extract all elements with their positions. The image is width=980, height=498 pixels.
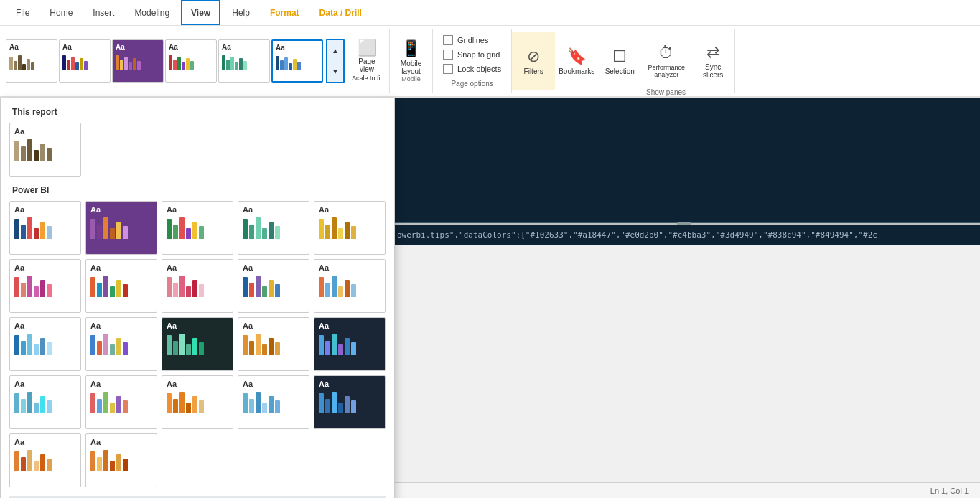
lock-objects-label: Lock objects: [457, 65, 501, 73]
this-report-section: This report Aa: [9, 107, 386, 177]
pb-theme-8[interactable]: Aa: [162, 259, 233, 313]
tab-view[interactable]: View: [181, 0, 220, 25]
power-bi-label: Power BI: [9, 185, 386, 195]
theme-thumb-6-bars: [276, 55, 319, 70]
theme-thumb-1[interactable]: Aa: [6, 39, 57, 83]
tab-format[interactable]: Format: [260, 0, 309, 25]
tab-file[interactable]: File: [6, 0, 39, 25]
this-report-label: This report: [9, 107, 386, 117]
theme-thumb-3[interactable]: Aa: [112, 39, 164, 83]
tab-modeling[interactable]: Modeling: [124, 0, 179, 25]
sync-slicers-pane-btn[interactable]: ⇄ Sync slicers: [691, 32, 734, 90]
page-view-section: ⬜ Pageview Scale to fit: [345, 29, 390, 93]
page-options-section: Gridlines Snap to grid Lock objects Page…: [433, 29, 512, 93]
theme-thumb-2[interactable]: Aa: [59, 39, 111, 83]
ribbon-tab-bar: File Home Insert Modeling View Help Form…: [0, 0, 980, 26]
gridlines-label: Gridlines: [457, 36, 488, 44]
theme-thumb-5[interactable]: Aa: [218, 39, 270, 83]
scroll-down-icon[interactable]: ▼: [332, 67, 339, 75]
lock-objects-checkbox[interactable]: [443, 64, 453, 74]
json-canvas-area: owerbi.tips","dataColors":["#102633","#a…: [388, 225, 980, 245]
pb-theme-22[interactable]: Aa: [85, 433, 157, 487]
pb-theme-18[interactable]: Aa: [162, 375, 233, 429]
theme-thumb-5-aa: Aa: [222, 43, 266, 51]
scale-to-fit-label: Scale to fit: [352, 75, 382, 82]
theme-thumb-1-aa: Aa: [9, 43, 54, 51]
performance-analyzer-pane-btn[interactable]: ⏱ Performance analyzer: [641, 32, 691, 90]
snap-to-grid-label: Snap to grid: [457, 50, 500, 59]
power-bi-theme-grid: Aa Aa: [9, 201, 386, 487]
ribbon: File Home Insert Modeling View Help Form…: [0, 0, 980, 98]
pb-theme-11[interactable]: Aa: [9, 317, 81, 371]
pb-theme-17[interactable]: Aa: [85, 375, 157, 429]
mobile-icon: 📱: [401, 39, 421, 58]
theme-thumbnail-group: Aa Aa: [6, 29, 345, 93]
canvas-area: owerbi.tips","dataColors":["#102633","#a…: [388, 98, 980, 498]
this-report-theme-grid: Aa: [9, 123, 386, 177]
pb-theme-20[interactable]: Aa: [314, 375, 386, 429]
theme-scroll-btn[interactable]: ▲ ▼: [326, 39, 345, 83]
pb-theme-21[interactable]: Aa: [9, 433, 81, 487]
bookmarks-icon: 🔖: [567, 47, 587, 66]
bookmarks-pane-btn[interactable]: 🔖 Bookmarks: [555, 32, 598, 90]
pb-theme-5[interactable]: Aa: [314, 201, 386, 255]
sync-slicers-label: Sync slicers: [699, 63, 727, 79]
filters-label: Filters: [524, 67, 543, 75]
canvas-light-area: [388, 245, 980, 461]
status-position: Ln 1, Col 1: [930, 487, 969, 495]
tab-home[interactable]: Home: [39, 0, 83, 25]
tab-insert[interactable]: Insert: [83, 0, 124, 25]
this-report-theme-1[interactable]: Aa: [9, 123, 81, 177]
snap-to-grid-cb[interactable]: Snap to grid: [443, 50, 501, 60]
theme-thumb-1-bars: [9, 54, 54, 70]
theme-thumb-3-aa: Aa: [116, 43, 160, 51]
page-view-label: Pageview: [358, 57, 375, 73]
pb-theme-7[interactable]: Aa: [85, 259, 157, 313]
pb-theme-12[interactable]: Aa: [85, 317, 157, 371]
pb-theme-2[interactable]: Aa: [85, 201, 157, 255]
theme-thumb-2-aa: Aa: [62, 43, 107, 51]
gridlines-cb[interactable]: Gridlines: [443, 35, 501, 45]
performance-analyzer-label: Performance analyzer: [648, 64, 685, 78]
tr1-bars: [14, 138, 76, 161]
pb-theme-14[interactable]: Aa: [238, 317, 309, 371]
page-view-icon: ⬜: [358, 40, 377, 56]
gridlines-checkbox[interactable]: [443, 35, 453, 45]
tr1-aa: Aa: [14, 127, 76, 136]
tab-help[interactable]: Help: [222, 0, 260, 25]
show-panes-label: Show panes: [646, 88, 686, 96]
theme-thumb-6[interactable]: Aa: [271, 39, 323, 83]
theme-thumb-3-bars: [116, 54, 160, 70]
sync-slicers-icon: ⇄: [706, 43, 719, 62]
theme-thumb-4[interactable]: Aa: [165, 39, 217, 83]
pb-theme-9[interactable]: Aa: [238, 259, 309, 313]
json-preview-text: owerbi.tips","dataColors":["#102633","#a…: [388, 225, 980, 245]
performance-analyzer-icon: ⏱: [658, 44, 674, 62]
show-panes-section: ⊘ Filters 🔖 Bookmarks ☐ Selection ⏱ Perf…: [512, 29, 735, 93]
mobile-section: 📱 Mobilelayout Mobile: [390, 29, 433, 93]
pb-theme-16[interactable]: Aa: [9, 375, 81, 429]
selection-pane-btn[interactable]: ☐ Selection: [598, 32, 641, 90]
tab-data-drill[interactable]: Data / Drill: [309, 0, 372, 25]
scroll-up-icon[interactable]: ▲: [332, 47, 339, 55]
theme-thumb-4-aa: Aa: [169, 43, 213, 51]
pb-theme-13[interactable]: Aa: [162, 317, 233, 371]
pb-theme-10[interactable]: Aa: [314, 259, 386, 313]
lock-objects-cb[interactable]: Lock objects: [443, 64, 501, 74]
theme-dropdown: This report Aa Power BI Aa: [0, 98, 395, 498]
ribbon-content: Aa Aa: [0, 26, 980, 98]
theme-thumb-6-aa: Aa: [276, 44, 319, 52]
filters-icon: ⊘: [527, 47, 540, 66]
pb-theme-15[interactable]: Aa: [314, 317, 386, 371]
pb-theme-1[interactable]: Aa: [9, 201, 81, 255]
pb-theme-6[interactable]: Aa: [9, 259, 81, 313]
selection-icon: ☐: [612, 47, 627, 66]
theme-thumb-5-bars: [222, 54, 266, 70]
theme-thumb-4-bars: [169, 54, 213, 70]
pb-theme-3[interactable]: Aa: [162, 201, 233, 255]
filters-pane-btn[interactable]: ⊘ Filters: [512, 32, 555, 90]
snap-to-grid-checkbox[interactable]: [443, 50, 453, 60]
pb-theme-4[interactable]: Aa: [238, 201, 309, 255]
bookmarks-label: Bookmarks: [559, 67, 594, 75]
pb-theme-19[interactable]: Aa: [238, 375, 309, 429]
